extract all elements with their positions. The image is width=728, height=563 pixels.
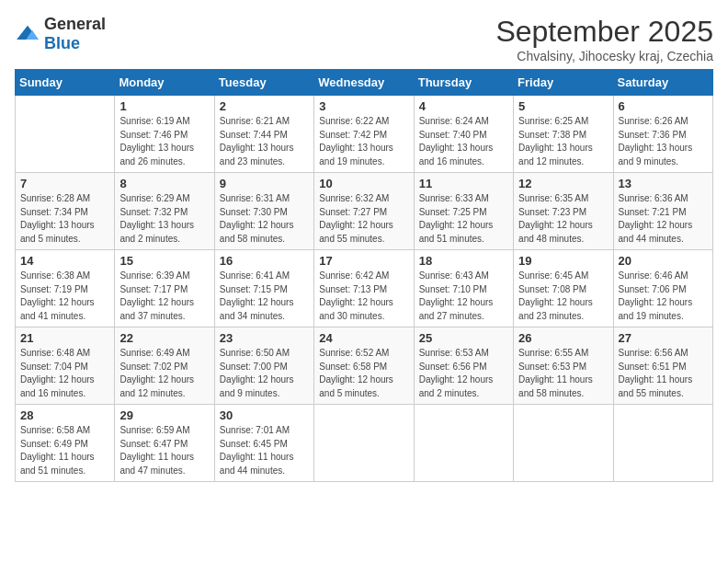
day-info: Sunrise: 6:49 AMSunset: 7:02 PMDaylight:…	[119, 347, 209, 400]
day-number: 11	[419, 177, 508, 190]
weekday-header-tuesday: Tuesday	[214, 70, 313, 96]
calendar-cell	[514, 405, 613, 482]
calendar-cell: 23Sunrise: 6:50 AMSunset: 7:00 PMDayligh…	[214, 327, 313, 405]
calendar-cell: 29Sunrise: 6:59 AMSunset: 6:47 PMDayligh…	[115, 405, 214, 482]
logo-text: General Blue	[44, 15, 106, 53]
logo-general: General	[44, 15, 106, 33]
day-number: 18	[419, 254, 508, 268]
day-info: Sunrise: 6:31 AMSunset: 7:30 PMDaylight:…	[220, 192, 309, 246]
calendar-cell: 22Sunrise: 6:49 AMSunset: 7:02 PMDayligh…	[115, 327, 214, 405]
day-info: Sunrise: 6:46 AMSunset: 7:06 PMDaylight:…	[619, 270, 708, 323]
calendar-cell	[613, 405, 712, 482]
calendar-cell: 19Sunrise: 6:45 AMSunset: 7:08 PMDayligh…	[514, 250, 613, 327]
calendar-cell	[16, 96, 115, 173]
day-info: Sunrise: 6:38 AMSunset: 7:19 PMDaylight:…	[20, 270, 109, 323]
calendar-cell: 26Sunrise: 6:55 AMSunset: 6:53 PMDayligh…	[514, 327, 613, 405]
day-info: Sunrise: 6:39 AMSunset: 7:17 PMDaylight:…	[119, 270, 209, 323]
calendar-cell: 2Sunrise: 6:21 AMSunset: 7:44 PMDaylight…	[214, 96, 313, 173]
day-number: 4	[419, 99, 508, 113]
calendar-cell: 3Sunrise: 6:22 AMSunset: 7:42 PMDaylight…	[314, 96, 414, 173]
calendar-table: SundayMondayTuesdayWednesdayThursdayFrid…	[15, 69, 713, 482]
calendar-cell: 7Sunrise: 6:28 AMSunset: 7:34 PMDaylight…	[16, 173, 115, 250]
day-number: 25	[419, 331, 508, 345]
day-info: Sunrise: 7:01 AMSunset: 6:45 PMDaylight:…	[220, 424, 309, 477]
calendar-cell: 20Sunrise: 6:46 AMSunset: 7:06 PMDayligh…	[613, 250, 712, 327]
day-info: Sunrise: 6:28 AMSunset: 7:34 PMDaylight:…	[20, 192, 109, 246]
day-info: Sunrise: 6:55 AMSunset: 6:53 PMDaylight:…	[518, 347, 608, 400]
calendar-title: September 2025	[495, 15, 713, 49]
calendar-cell: 25Sunrise: 6:53 AMSunset: 6:56 PMDayligh…	[414, 327, 513, 405]
weekday-header-sunday: Sunday	[16, 70, 115, 96]
day-number: 9	[220, 177, 309, 190]
day-number: 22	[119, 331, 209, 345]
week-row-3: 14Sunrise: 6:38 AMSunset: 7:19 PMDayligh…	[16, 250, 713, 327]
calendar-cell: 12Sunrise: 6:35 AMSunset: 7:23 PMDayligh…	[514, 173, 613, 250]
calendar-cell: 5Sunrise: 6:25 AMSunset: 7:38 PMDaylight…	[514, 96, 613, 173]
day-number: 6	[619, 99, 708, 113]
day-info: Sunrise: 6:58 AMSunset: 6:49 PMDaylight:…	[20, 424, 109, 477]
calendar-cell: 15Sunrise: 6:39 AMSunset: 7:17 PMDayligh…	[115, 250, 214, 327]
weekday-header-saturday: Saturday	[613, 70, 712, 96]
day-number: 12	[518, 177, 608, 190]
day-info: Sunrise: 6:21 AMSunset: 7:44 PMDaylight:…	[220, 115, 309, 168]
day-info: Sunrise: 6:29 AMSunset: 7:32 PMDaylight:…	[119, 192, 209, 246]
day-number: 8	[119, 177, 209, 190]
weekday-header-monday: Monday	[115, 70, 214, 96]
calendar-cell: 27Sunrise: 6:56 AMSunset: 6:51 PMDayligh…	[613, 327, 712, 405]
day-number: 24	[319, 331, 408, 345]
day-info: Sunrise: 6:36 AMSunset: 7:21 PMDaylight:…	[619, 192, 708, 246]
day-number: 7	[20, 177, 109, 190]
calendar-cell: 30Sunrise: 7:01 AMSunset: 6:45 PMDayligh…	[214, 405, 313, 482]
day-info: Sunrise: 6:42 AMSunset: 7:13 PMDaylight:…	[319, 270, 408, 323]
calendar-cell: 16Sunrise: 6:41 AMSunset: 7:15 PMDayligh…	[214, 250, 313, 327]
day-info: Sunrise: 6:59 AMSunset: 6:47 PMDaylight:…	[119, 424, 209, 477]
weekday-header-row: SundayMondayTuesdayWednesdayThursdayFrid…	[16, 70, 713, 96]
calendar-cell	[314, 405, 414, 482]
day-info: Sunrise: 6:56 AMSunset: 6:51 PMDaylight:…	[619, 347, 708, 400]
logo: General Blue	[15, 15, 106, 53]
day-number: 13	[619, 177, 708, 190]
weekday-header-wednesday: Wednesday	[314, 70, 414, 96]
page-header: General Blue September 2025 Chvalsiny, J…	[15, 15, 713, 63]
calendar-cell: 18Sunrise: 6:43 AMSunset: 7:10 PMDayligh…	[414, 250, 513, 327]
calendar-cell: 6Sunrise: 6:26 AMSunset: 7:36 PMDaylight…	[613, 96, 712, 173]
day-info: Sunrise: 6:45 AMSunset: 7:08 PMDaylight:…	[518, 270, 608, 323]
day-info: Sunrise: 6:26 AMSunset: 7:36 PMDaylight:…	[619, 115, 708, 168]
day-number: 28	[20, 408, 109, 422]
title-block: September 2025 Chvalsiny, Jihocesky kraj…	[495, 15, 713, 63]
calendar-cell	[414, 405, 513, 482]
day-info: Sunrise: 6:52 AMSunset: 6:58 PMDaylight:…	[319, 347, 408, 400]
week-row-1: 1Sunrise: 6:19 AMSunset: 7:46 PMDaylight…	[16, 96, 713, 173]
calendar-cell: 10Sunrise: 6:32 AMSunset: 7:27 PMDayligh…	[314, 173, 414, 250]
day-number: 1	[119, 99, 209, 113]
day-number: 3	[319, 99, 408, 113]
day-number: 26	[518, 331, 608, 345]
day-number: 30	[220, 408, 309, 422]
day-info: Sunrise: 6:24 AMSunset: 7:40 PMDaylight:…	[419, 115, 508, 168]
calendar-cell: 4Sunrise: 6:24 AMSunset: 7:40 PMDaylight…	[414, 96, 513, 173]
week-row-5: 28Sunrise: 6:58 AMSunset: 6:49 PMDayligh…	[16, 405, 713, 482]
day-info: Sunrise: 6:25 AMSunset: 7:38 PMDaylight:…	[518, 115, 608, 168]
day-info: Sunrise: 6:32 AMSunset: 7:27 PMDaylight:…	[319, 192, 408, 246]
day-number: 27	[619, 331, 708, 345]
calendar-cell: 8Sunrise: 6:29 AMSunset: 7:32 PMDaylight…	[115, 173, 214, 250]
day-number: 14	[20, 254, 109, 268]
calendar-cell: 9Sunrise: 6:31 AMSunset: 7:30 PMDaylight…	[214, 173, 313, 250]
week-row-2: 7Sunrise: 6:28 AMSunset: 7:34 PMDaylight…	[16, 173, 713, 250]
day-info: Sunrise: 6:41 AMSunset: 7:15 PMDaylight:…	[220, 270, 309, 323]
logo-blue: Blue	[44, 34, 80, 52]
weekday-header-friday: Friday	[514, 70, 613, 96]
calendar-cell: 28Sunrise: 6:58 AMSunset: 6:49 PMDayligh…	[16, 405, 115, 482]
calendar-cell: 14Sunrise: 6:38 AMSunset: 7:19 PMDayligh…	[16, 250, 115, 327]
day-number: 21	[20, 331, 109, 345]
calendar-subtitle: Chvalsiny, Jihocesky kraj, Czechia	[495, 49, 713, 63]
day-info: Sunrise: 6:43 AMSunset: 7:10 PMDaylight:…	[419, 270, 508, 323]
day-number: 20	[619, 254, 708, 268]
logo-icon	[15, 24, 40, 44]
day-info: Sunrise: 6:53 AMSunset: 6:56 PMDaylight:…	[419, 347, 508, 400]
day-info: Sunrise: 6:48 AMSunset: 7:04 PMDaylight:…	[20, 347, 109, 400]
calendar-cell: 11Sunrise: 6:33 AMSunset: 7:25 PMDayligh…	[414, 173, 513, 250]
day-number: 17	[319, 254, 408, 268]
week-row-4: 21Sunrise: 6:48 AMSunset: 7:04 PMDayligh…	[16, 327, 713, 405]
day-number: 15	[119, 254, 209, 268]
